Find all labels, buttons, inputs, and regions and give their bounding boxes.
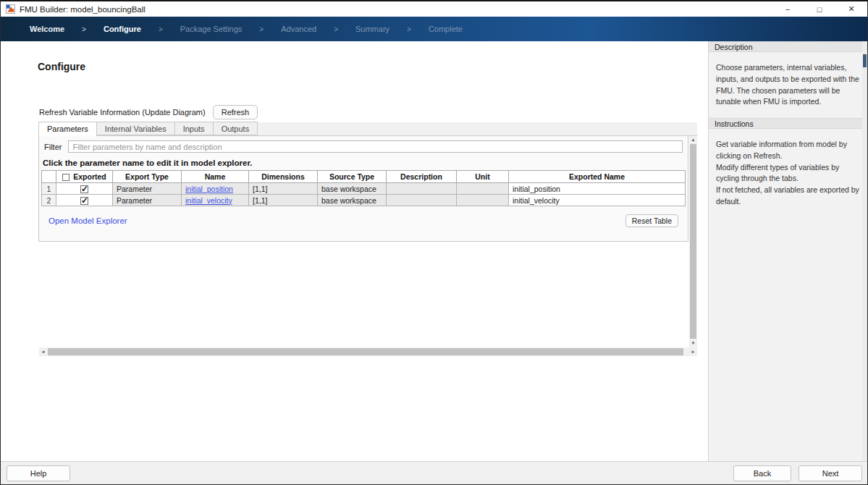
wizard-step-welcome[interactable]: Welcome [30,25,64,33]
back-button[interactable]: Back [733,465,791,481]
exported-name-cell[interactable]: initial_position [509,183,686,195]
close-button[interactable]: ✕ [835,1,867,17]
tab-outputs[interactable]: Outputs [213,122,258,135]
maximize-button[interactable]: □ [804,1,835,17]
dimensions-cell: [1,1] [249,183,318,195]
sidebar-scrollbar[interactable] [862,41,867,461]
horizontal-scroll-thumb[interactable] [48,348,683,355]
instructions-header: Instructions [709,118,867,129]
instruction-line: If not fetched, all variables are export… [716,185,860,208]
param-name-link[interactable]: initial_velocity [185,196,232,205]
col-exported-name: Exported Name [509,171,686,183]
tab-parameters[interactable]: Parameters [38,122,96,136]
window-title: FMU Builder: model_bouncingBall [20,5,146,14]
col-name: Name [182,171,249,183]
table-header-row: Exported Export Type Name Dimensions Sou… [42,171,686,183]
exported-checkbox[interactable] [80,185,88,193]
title-bar: FMU Builder: model_bouncingBall − □ ✕ [1,1,867,17]
col-exported: Exported [56,171,113,183]
description-text: Choose parameters, internal variables, i… [709,52,867,118]
unit-cell [457,183,509,195]
reset-table-button[interactable]: Reset Table [625,214,678,227]
app-icon [6,4,15,14]
instruction-line: Modify different types of variables by c… [716,162,860,185]
refresh-label: Refresh Variable Information (Update Dia… [39,108,206,117]
instructions-text: Get variable information from model by c… [709,129,867,218]
chevron-separator-icon: > [82,25,86,33]
table-hint: Click the parameter name to edit it in m… [43,159,684,167]
exported-checkbox[interactable] [80,197,88,205]
source-type-cell: base workspace [318,195,387,206]
col-unit: Unit [457,171,509,183]
vertical-scrollbar[interactable]: ▲ ▼ [689,136,697,348]
dimensions-cell: [1,1] [249,195,318,206]
page-title: Configure [38,61,85,72]
select-all-checkbox[interactable] [62,174,69,181]
table-row: 1 Parameter initial_position [1,1] base … [42,183,686,195]
refresh-button[interactable]: Refresh [213,105,258,119]
col-row-index [42,171,56,183]
fmu-builder-window: FMU Builder: model_bouncingBall − □ ✕ We… [0,0,868,485]
description-cell [387,183,457,195]
vertical-scroll-thumb[interactable] [690,144,696,339]
open-model-explorer-link[interactable]: Open Model Explorer [49,216,127,225]
tab-internal-variables[interactable]: Internal Variables [96,122,174,135]
window-controls: − □ ✕ [772,1,867,17]
table-row: 2 Parameter initial_velocity [1,1] base … [42,195,686,206]
help-sidebar: Description Choose parameters, internal … [709,41,867,461]
scroll-left-icon[interactable]: ◄ [39,347,47,356]
variable-tabs: Parameters Internal Variables Inputs Out… [38,122,697,136]
unit-cell [457,195,509,206]
col-description: Description [387,171,457,183]
minimize-button[interactable]: − [772,1,804,17]
help-button[interactable]: Help [7,465,70,481]
source-type-cell: base workspace [318,183,387,195]
export-type-cell: Parameter [113,195,182,206]
next-button[interactable]: Next [799,465,862,481]
scroll-up-icon[interactable]: ▲ [689,136,697,144]
wizard-step-package-settings[interactable]: Package Settings [180,25,243,33]
chevron-separator-icon: > [334,25,338,33]
tab-inputs[interactable]: Inputs [174,122,213,135]
col-export-type: Export Type [113,171,182,183]
configure-pane: Configure Refresh Variable Information (… [1,41,709,461]
wizard-step-advanced[interactable]: Advanced [281,25,316,33]
col-source-type: Source Type [318,171,387,183]
parameters-table: Exported Export Type Name Dimensions Sou… [41,170,686,206]
chevron-separator-icon: > [259,25,264,33]
exported-cell [56,195,113,206]
wizard-nav: Welcome > Configure > Package Settings >… [1,17,867,41]
scroll-right-icon[interactable]: ► [689,347,697,356]
exported-name-cell[interactable]: initial_velocity [509,195,686,206]
wizard-step-configure[interactable]: Configure [104,25,141,33]
col-dimensions: Dimensions [249,171,318,183]
filter-label: Filter [44,143,62,151]
row-index: 2 [42,195,56,206]
horizontal-scrollbar[interactable]: ◄ ► [39,347,697,356]
footer-bar: Help Back Next [1,461,867,485]
chevron-separator-icon: > [159,25,163,33]
export-type-cell: Parameter [113,183,182,195]
wizard-step-summary[interactable]: Summary [355,25,389,33]
filter-input[interactable] [68,140,683,153]
chevron-separator-icon: > [407,25,411,33]
instruction-line: Get variable information from model by c… [716,139,860,162]
description-header: Description [709,41,867,52]
description-cell [387,195,457,206]
row-index: 1 [42,183,56,195]
parameters-panel: Filter Click the parameter name to edit … [38,136,688,242]
param-name-link[interactable]: initial_position [185,185,233,193]
wizard-step-complete[interactable]: Complete [429,25,463,33]
sidebar-scroll-thumb[interactable] [863,54,867,67]
exported-cell [56,183,113,195]
